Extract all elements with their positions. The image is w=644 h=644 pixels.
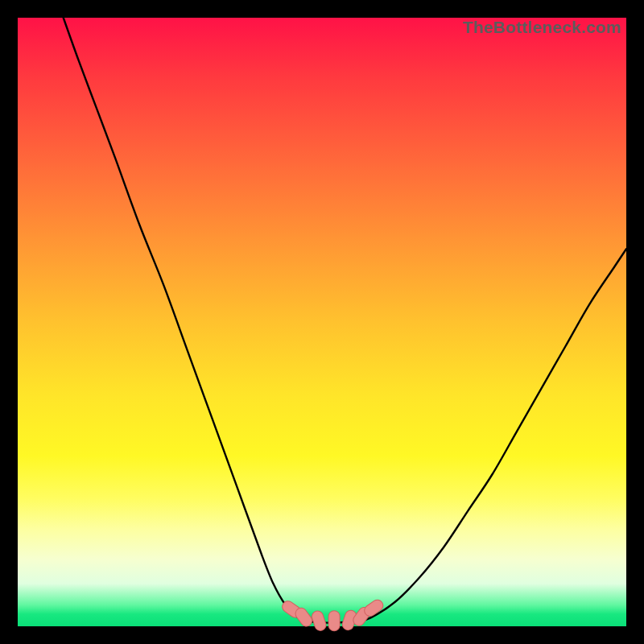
marker-group [288,605,378,625]
valley-marker [359,613,365,620]
plot-area: TheBottleneck.com [18,18,626,626]
curve-path [64,18,626,623]
valley-marker [288,607,295,612]
bottleneck-curve [18,18,626,626]
valley-marker [301,613,307,621]
chart-frame: TheBottleneck.com [0,0,644,644]
valley-marker [370,605,378,610]
valley-marker [317,617,320,625]
valley-marker [348,616,350,624]
